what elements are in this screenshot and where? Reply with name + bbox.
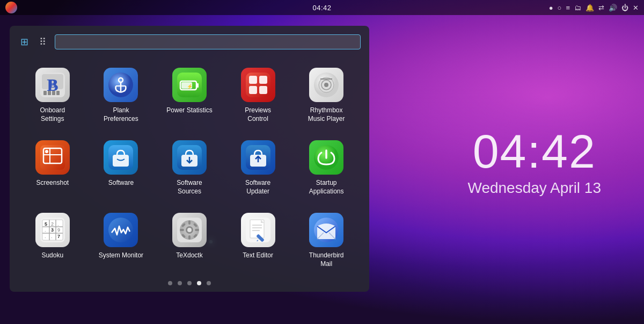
app-label-screenshot: Screenshot [36,179,69,188]
app-icon-power: ⚡ [172,68,207,102]
svg-rect-63 [195,229,199,231]
page-dot-4[interactable] [197,281,201,285]
search-input[interactable] [55,34,361,49]
app-icon-previews [241,68,275,102]
app-icon-texdoc [172,213,207,247]
svg-text:.: . [51,234,53,239]
page-dot-2[interactable] [178,281,182,285]
svg-text:9: 9 [57,227,60,233]
app-item-texdoctk[interactable]: TeXdoctk [155,203,224,276]
app-item-previews-control[interactable]: Previews Control [224,58,292,131]
indicator-files[interactable]: 🗂 [574,4,581,12]
app-label-power: Power Statistics [166,106,212,115]
launcher-topbar: ⊞ ⠿ [18,34,361,49]
app-item-software[interactable]: Software [87,131,156,203]
svg-rect-60 [188,220,191,225]
app-item-thunderbird-mail[interactable]: Thunderbird Mail [292,203,361,276]
svg-text:.: . [45,234,46,239]
app-label-rhythmbox: Rhythmbox Music Player [302,106,350,123]
svg-text:.: . [57,221,59,227]
svg-text:⚡: ⚡ [186,83,193,90]
app-item-sudoku[interactable]: 5 2 . . 3 9 . . 7 Sudoku [18,203,87,276]
app-item-plank-preferences[interactable]: Plank Preferences [87,58,156,131]
app-icon-sysmon [104,213,138,247]
indicator-close[interactable]: ✕ [633,4,639,12]
svg-text:3: 3 [51,227,54,233]
menu-icon[interactable] [5,2,17,13]
indicator-menu[interactable]: ≡ [566,4,570,12]
svg-rect-1 [42,74,63,89]
topbar-right: ● ○ ≡ 🗂 🔔 ⇄ 🔊 ⏻ ✕ [549,4,639,12]
app-label-startup: Startup Applications [302,179,350,196]
app-label-system-monitor: System Monitor [99,251,143,260]
page-dot-1[interactable] [168,281,172,285]
svg-text:B: B [48,77,56,90]
svg-text:2: 2 [51,221,54,227]
indicator-power[interactable]: ⏻ [621,4,628,12]
app-item-system-monitor[interactable]: System Monitor [87,203,156,276]
app-icon-thunderbird [309,213,343,247]
clock-area: 04:42 Wednesday April 13 [467,128,601,197]
app-item-onboard-settings[interactable]: B Onboard Settings [18,58,87,131]
app-icon-updater [241,140,275,175]
app-icon-onboard: B [35,68,70,102]
launcher-pagination [18,281,361,285]
app-grid: B Onboard Settings [18,58,361,276]
svg-rect-19 [249,86,257,94]
indicator-network[interactable]: ⇄ [598,4,604,12]
app-label-previews: Previews Control [234,106,282,123]
indicator-notifications[interactable]: 🔔 [586,4,594,12]
app-icon-plank [104,68,138,102]
app-item-software-sources[interactable]: Software Sources [155,131,224,203]
app-label-software-sources: Software Sources [165,179,214,196]
svg-rect-6 [56,91,60,95]
app-icon-sources [172,140,207,175]
svg-text:5: 5 [45,221,47,227]
clock-time: 04:42 [467,128,601,175]
svg-rect-17 [249,76,257,84]
svg-rect-4 [48,91,51,95]
svg-point-23 [324,83,328,87]
indicator-dot1: ● [549,4,553,12]
app-label-plank: Plank Preferences [97,106,145,123]
page-dot-3[interactable] [187,281,192,285]
svg-rect-13 [196,83,199,88]
app-item-text-editor[interactable]: Text Editor [224,203,292,276]
indicator-volume[interactable]: 🔊 [609,4,617,12]
app-launcher: ⊞ ⠿ B Onboard Settings [10,26,369,292]
view-grid-button[interactable]: ⠿ [37,35,48,49]
app-label-sudoku: Sudoku [41,251,63,260]
app-label-text-editor: Text Editor [243,251,273,260]
app-icon-rhythmbox [309,68,343,102]
topbar-clock: 04:42 [312,4,331,12]
app-item-screenshot[interactable]: Screenshot [18,131,87,203]
app-icon-software [104,140,138,175]
topbar: 04:42 ● ○ ≡ 🗂 🔔 ⇄ 🔊 ⏻ ✕ [0,0,644,15]
app-item-startup-applications[interactable]: Startup Applications [292,131,361,203]
svg-rect-5 [52,91,55,95]
app-item-software-updater[interactable]: Software Updater [224,131,292,203]
svg-point-30 [45,150,48,153]
app-icon-texteditor [241,213,275,247]
topbar-left [5,2,17,13]
indicator-dot2: ○ [558,4,562,12]
svg-text:.: . [45,227,46,233]
svg-rect-3 [43,91,47,95]
svg-rect-18 [259,76,267,84]
svg-rect-62 [180,229,184,231]
app-icon-sudoku: 5 2 . . 3 9 . . 7 [35,213,70,247]
view-all-button[interactable]: ⊞ [18,35,31,49]
page-dot-5[interactable] [207,281,211,285]
svg-rect-20 [259,86,267,94]
app-item-power-statistics[interactable]: ⚡ Power Statistics [155,58,224,131]
app-label-software: Software [108,179,134,188]
app-label-onboard: Onboard Settings [28,106,77,123]
svg-point-59 [187,228,192,232]
app-label-texdoctk: TeXdoctk [176,251,202,260]
app-label-thunderbird: Thunderbird Mail [302,251,350,268]
app-icon-startup [309,140,343,175]
app-icon-screenshot [35,140,70,175]
svg-rect-61 [188,235,191,240]
svg-text:7: 7 [57,234,60,239]
app-item-rhythmbox[interactable]: Rhythmbox Music Player [292,58,361,131]
